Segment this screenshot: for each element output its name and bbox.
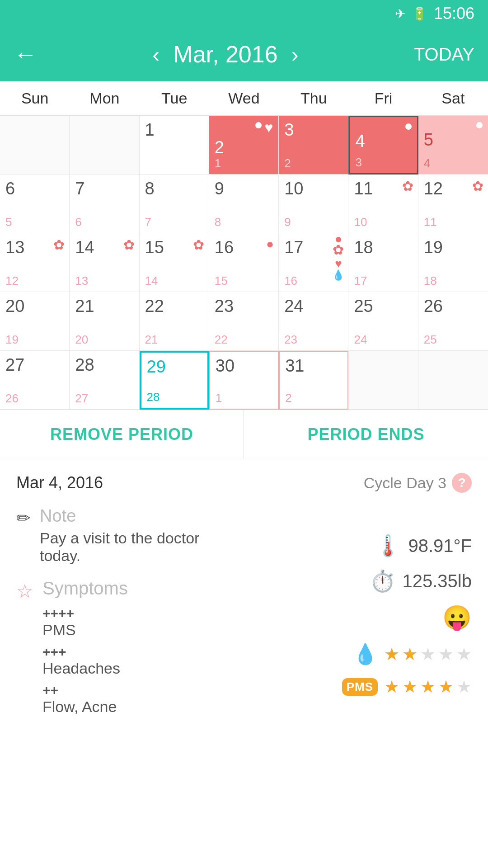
weight-metric: ⏱️ 125.35lb xyxy=(370,569,472,593)
cal-day-1[interactable]: 1 xyxy=(140,116,209,175)
detail-right: 🌡️ 98.91°F ⏱️ 125.35lb 😛 💧 ★ ★ ★ ★ xyxy=(244,506,472,721)
symptoms-label: Symptoms xyxy=(42,578,244,599)
pms-badge-rating: PMS ★ ★ ★ ★ ★ xyxy=(342,677,472,697)
cal-day-13[interactable]: ✿ 13 12 xyxy=(0,233,70,292)
cal-day-28[interactable]: 28 27 xyxy=(70,351,139,410)
symptoms-section: ☆ Symptoms ++++ PMS +++ Headaches ++ Flo… xyxy=(16,578,244,721)
cal-day-16[interactable]: ● 16 15 xyxy=(209,233,279,292)
status-bar: ✈ 🔋 15:06 xyxy=(0,0,488,27)
symptom-plus-3: ++ xyxy=(42,683,244,698)
today-button[interactable]: TODAY xyxy=(414,44,474,65)
cal-empty-2 xyxy=(70,116,139,175)
remove-period-button[interactable]: REMOVE PERIOD xyxy=(0,410,244,459)
cal-empty-4 xyxy=(418,351,488,410)
flower-icon-11: ✿ xyxy=(402,178,413,194)
cal-day-19[interactable]: 19 18 xyxy=(418,233,488,292)
cal-day-15[interactable]: ✿ 15 14 xyxy=(140,233,209,292)
thermometer-icon: 🌡️ xyxy=(375,533,401,558)
cal-day-21[interactable]: 21 20 xyxy=(70,292,139,351)
day-mon: Mon xyxy=(70,81,139,115)
calendar-grid: 1 ♥ 2 1 3 2 4 3 5 4 6 5 7 6 8 7 xyxy=(0,116,488,410)
temperature-value: 98.91°F xyxy=(408,536,472,556)
flower-icon-15: ✿ xyxy=(193,237,204,253)
calendar-header: ← ‹ Mar, 2016 › TODAY xyxy=(0,27,488,81)
detail-header: Mar 4, 2016 Cycle Day 3 ? xyxy=(16,473,472,493)
symptom-plus-2: +++ xyxy=(42,644,244,660)
cal-day-17[interactable]: ✿ ♥ 💧 17 16 xyxy=(279,233,348,292)
cal-day-7[interactable]: 7 6 xyxy=(70,175,139,233)
cal-day-23[interactable]: 23 22 xyxy=(209,292,279,351)
cal-day-11[interactable]: ✿ 11 10 xyxy=(348,175,418,233)
day-sat: Sat xyxy=(418,81,488,115)
note-content: Note Pay a visit to the doctor today. xyxy=(40,506,244,565)
day-tue: Tue xyxy=(140,81,209,115)
cal-day-6[interactable]: 6 5 xyxy=(0,175,70,233)
symptom-pms: ++++ PMS xyxy=(42,606,244,639)
cal-day-20[interactable]: 20 19 xyxy=(0,292,70,351)
symptom-flow-acne: ++ Flow, Acne xyxy=(42,683,244,716)
weight-value: 125.35lb xyxy=(403,571,472,591)
symptoms-star-icon: ☆ xyxy=(16,580,33,602)
scale-icon: ⏱️ xyxy=(370,569,395,593)
cal-day-9[interactable]: 9 8 xyxy=(209,175,279,233)
cal-day-22[interactable]: 22 21 xyxy=(140,292,209,351)
cal-day-12[interactable]: ✿ 12 11 xyxy=(418,175,488,233)
note-text: Pay a visit to the doctor today. xyxy=(40,529,244,565)
status-time: 15:06 xyxy=(434,4,474,23)
next-month-button[interactable]: › xyxy=(291,42,299,67)
month-year-title: Mar, 2016 xyxy=(173,41,277,68)
flower-icon-14: ✿ xyxy=(123,237,135,253)
symptoms-list: Symptoms ++++ PMS +++ Headaches ++ Flow,… xyxy=(42,578,244,721)
cal-day-30[interactable]: 30 1 xyxy=(209,351,279,410)
month-navigation: ‹ Mar, 2016 › xyxy=(152,41,298,68)
symptom-headaches: +++ Headaches xyxy=(42,644,244,677)
note-section: ✏ Note Pay a visit to the doctor today. xyxy=(16,506,244,565)
cal-day-27[interactable]: 27 26 xyxy=(0,351,70,410)
airplane-icon: ✈ xyxy=(395,6,405,21)
days-of-week-header: Sun Mon Tue Wed Thu Fri Sat xyxy=(0,81,488,116)
status-icons: ✈ 🔋 15:06 xyxy=(395,4,474,23)
cal-empty-3 xyxy=(348,351,418,410)
cal-day-26[interactable]: 26 25 xyxy=(418,292,488,351)
cal-day-18[interactable]: 18 17 xyxy=(348,233,418,292)
detail-panel: Mar 4, 2016 Cycle Day 3 ? ✏ Note Pay a v… xyxy=(0,459,488,735)
cycle-day-label: Cycle Day 3 xyxy=(364,474,446,492)
cal-day-29[interactable]: 29 28 xyxy=(140,351,209,410)
cycle-help-button[interactable]: ? xyxy=(452,473,472,493)
symptom-name-headaches: Headaches xyxy=(42,660,244,677)
day-fri: Fri xyxy=(348,81,418,115)
flower-icon-12: ✿ xyxy=(472,178,483,194)
mood-emoji: 😛 xyxy=(442,604,472,632)
detail-cycle: Cycle Day 3 ? xyxy=(364,473,472,493)
cal-day-14[interactable]: ✿ 14 13 xyxy=(70,233,139,292)
cal-day-25[interactable]: 25 24 xyxy=(348,292,418,351)
detail-date: Mar 4, 2016 xyxy=(16,473,103,492)
note-label: Note xyxy=(40,506,244,526)
cal-day-10[interactable]: 10 9 xyxy=(279,175,348,233)
cal-day-3[interactable]: 3 2 xyxy=(279,116,348,175)
pms-rating: 💧 ★ ★ ★ ★ ★ xyxy=(353,642,472,666)
mood-metric: 😛 xyxy=(442,604,472,632)
action-buttons: REMOVE PERIOD PERIOD ENDS xyxy=(0,410,488,459)
temperature-metric: 🌡️ 98.91°F xyxy=(375,533,472,558)
prev-month-button[interactable]: ‹ xyxy=(152,42,160,67)
back-button[interactable]: ← xyxy=(14,41,37,68)
cal-day-8[interactable]: 8 7 xyxy=(140,175,209,233)
drop-info-icon: 💧 xyxy=(353,642,378,666)
detail-left: ✏ Note Pay a visit to the doctor today. … xyxy=(16,506,244,721)
cal-day-31[interactable]: 31 2 xyxy=(279,351,348,410)
symptom-name-flow-acne: Flow, Acne xyxy=(42,698,244,716)
period-ends-button[interactable]: PERIOD ENDS xyxy=(244,410,488,459)
cal-day-5[interactable]: 5 4 xyxy=(418,116,488,175)
cal-day-24[interactable]: 24 23 xyxy=(279,292,348,351)
cal-empty-1 xyxy=(0,116,70,175)
drop-icon-16: ● xyxy=(266,237,274,251)
pms-badge-stars: ★ ★ ★ ★ ★ xyxy=(384,677,472,697)
cal-day-2[interactable]: ♥ 2 1 xyxy=(209,116,279,175)
pencil-icon: ✏ xyxy=(16,508,31,528)
cal-day-4[interactable]: 4 3 xyxy=(348,116,418,175)
day-sun: Sun xyxy=(0,81,70,115)
battery-icon: 🔋 xyxy=(412,6,427,21)
flower-icon-13: ✿ xyxy=(53,237,65,253)
symptom-name-pms: PMS xyxy=(42,621,244,639)
